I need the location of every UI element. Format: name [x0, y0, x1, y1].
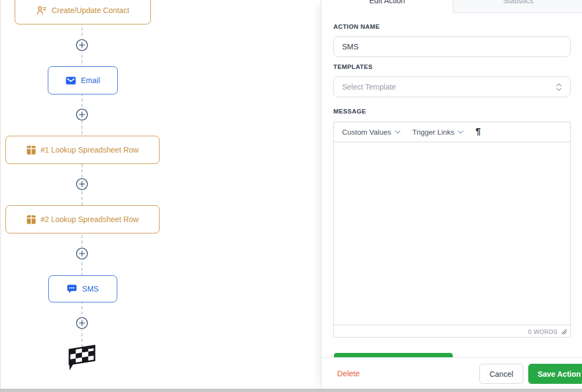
message-label: MESSAGE — [333, 108, 366, 115]
add-action-button[interactable] — [75, 317, 88, 330]
contact-icon — [36, 5, 47, 15]
add-action-button[interactable] — [75, 39, 88, 52]
tab-label: Statistics — [503, 0, 533, 6]
chevron-down-icon — [395, 130, 401, 134]
cancel-button[interactable]: Cancel — [479, 364, 523, 384]
pilcrow-button[interactable]: ¶ — [476, 127, 480, 137]
action-settings-drawer: Edit Action Statistics ACTION NAME TEMPL… — [321, 0, 582, 389]
trigger-links-label: Trigger Links — [413, 128, 455, 136]
action-name-label: ACTION NAME — [333, 23, 380, 30]
sms-icon — [67, 284, 77, 294]
template-select-placeholder: Select Template — [342, 83, 556, 91]
action-name-input[interactable] — [333, 36, 571, 57]
node-label: #1 Lookup Spreadsheet Row — [41, 146, 139, 154]
templates-label: TEMPLATES — [333, 64, 372, 70]
editor-toolbar: Custom Values Trigger Links ¶ — [334, 122, 570, 142]
spreadsheet-icon — [27, 146, 36, 155]
add-action-button[interactable] — [75, 108, 88, 121]
email-icon — [66, 77, 76, 85]
tab-edit-action[interactable]: Edit Action — [321, 0, 453, 12]
message-textarea[interactable] — [334, 142, 570, 325]
window-left-border — [0, 0, 1, 389]
checkered-flag-icon — [65, 342, 99, 370]
message-editor: Custom Values Trigger Links ¶ 0 WORDS — [333, 122, 571, 338]
spreadsheet-icon — [27, 215, 36, 224]
node-create-update-contact[interactable]: Create/Update Contact — [15, 0, 151, 24]
node-label: #2 Lookup Spreadsheet Row — [41, 215, 139, 224]
node-email[interactable]: Email — [48, 66, 118, 94]
custom-values-label: Custom Values — [342, 128, 391, 136]
resize-handle-icon[interactable] — [561, 328, 567, 334]
node-label: Email — [81, 76, 100, 85]
green-button-top[interactable] — [334, 353, 453, 357]
save-action-button[interactable]: Save Action — [528, 364, 582, 384]
tab-label: Edit Action — [369, 0, 405, 6]
tab-statistics[interactable]: Statistics — [453, 0, 582, 13]
select-updown-icon — [556, 83, 562, 91]
add-action-button[interactable] — [75, 178, 88, 191]
node-lookup-spreadsheet-row-1[interactable]: #1 Lookup Spreadsheet Row — [5, 136, 160, 164]
editor-footer: 0 WORDS — [334, 325, 570, 338]
drawer-footer: Delete Cancel Save Action — [321, 357, 582, 389]
custom-values-dropdown[interactable]: Custom Values — [342, 128, 401, 136]
node-label: Create/Update Contact — [52, 6, 129, 15]
node-sms[interactable]: SMS — [48, 275, 117, 302]
workflow-builder: Create/Update Contact Email — [0, 0, 582, 392]
workflow-canvas: Create/Update Contact Email — [0, 0, 321, 389]
trigger-links-dropdown[interactable]: Trigger Links — [413, 128, 464, 136]
node-label: SMS — [82, 284, 98, 293]
template-select[interactable]: Select Template — [333, 77, 571, 97]
delete-button[interactable]: Delete — [337, 358, 360, 389]
add-action-button[interactable] — [75, 247, 88, 260]
node-lookup-spreadsheet-row-2[interactable]: #2 Lookup Spreadsheet Row — [5, 205, 160, 233]
horizontal-scrollbar[interactable] — [0, 389, 582, 392]
word-count: 0 WORDS — [528, 328, 558, 335]
chevron-down-icon — [458, 130, 464, 134]
